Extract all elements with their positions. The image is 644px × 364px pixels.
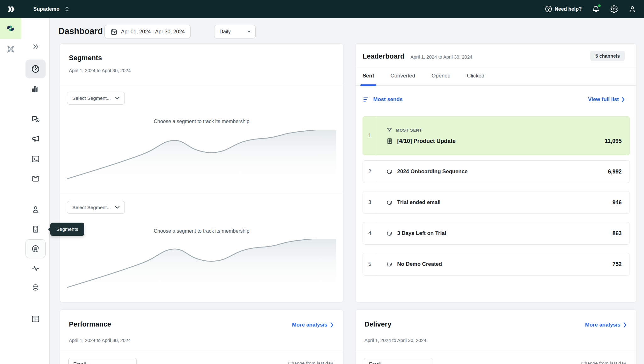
divider	[60, 352, 343, 352]
performance-channel-select[interactable]: Email	[68, 358, 137, 364]
supademo-logo-icon	[5, 23, 16, 34]
campaign-icon	[386, 168, 393, 175]
page-title: Dashboard	[58, 26, 103, 36]
view-full-list-link[interactable]: View full list	[588, 96, 625, 103]
message-value: 752	[613, 261, 622, 268]
segment-select-1-label: Select Segment...	[72, 95, 111, 101]
sidebar-tooltip: Segments	[50, 223, 84, 236]
sidebar-item-visitors[interactable]	[25, 112, 46, 126]
rank-number: 1	[363, 117, 377, 155]
pulse-icon	[31, 264, 40, 273]
sidebar-item-activity[interactable]	[25, 262, 46, 276]
help-icon: ?	[545, 6, 552, 12]
sort-label: Most sends	[373, 96, 403, 103]
placeholder-chart-1	[67, 130, 336, 185]
more-analysis-label: More analysis	[585, 322, 620, 328]
tab-opened[interactable]: Opened	[429, 73, 453, 85]
message-value: 946	[613, 199, 622, 206]
date-range-button[interactable]: Apr 01, 2024 - Apr 30, 2024	[104, 25, 191, 38]
tab-clicked[interactable]: Clicked	[465, 73, 487, 85]
segments-card-title: Segments	[69, 54, 102, 62]
topbar-actions: ? Need help?	[545, 0, 636, 18]
leaderboard-row-1[interactable]: 1 MOST SENT [4/10] Product Update 11,095	[363, 116, 630, 155]
leaderboard-title: Leaderboard	[363, 52, 404, 60]
interval-select[interactable]: Daily	[214, 25, 256, 38]
pinwheel-logo-icon	[5, 44, 16, 54]
database-icon	[31, 283, 40, 293]
leaderboard-row-5[interactable]: 5 No Demo Created 752	[363, 253, 630, 276]
person-circle-icon	[31, 244, 40, 253]
tab-sent[interactable]: Sent	[360, 73, 376, 85]
sidebar-item-dashboard[interactable]	[25, 60, 46, 78]
workspace-secondary[interactable]	[0, 39, 21, 60]
rank-number: 2	[363, 161, 377, 183]
workspace-switcher[interactable]: Supademo	[33, 6, 69, 13]
segments-card-daterange: April 1, 2024 to April 30, 2024	[69, 68, 131, 73]
need-help-button[interactable]: ? Need help?	[545, 6, 582, 12]
delivery-title: Delivery	[364, 320, 391, 328]
message-name: [4/10] Product Update	[397, 138, 456, 145]
trophy-icon	[386, 127, 393, 134]
settings-button[interactable]	[610, 5, 618, 13]
most-sent-label: MOST SENT	[396, 128, 422, 133]
segment-select-2-label: Select Segment...	[72, 205, 111, 210]
gear-icon	[610, 5, 618, 13]
sidebar-item-transactional[interactable]	[25, 152, 46, 166]
divider	[356, 352, 636, 352]
rank-number: 3	[363, 191, 377, 213]
workspace-supademo[interactable]	[0, 18, 21, 39]
sidebar-item-data[interactable]	[25, 281, 46, 295]
campaign-icon	[386, 230, 393, 237]
sidebar-expand-button[interactable]	[25, 40, 46, 54]
sidebar-item-deliveries[interactable]	[25, 172, 46, 186]
calendar-icon	[110, 28, 118, 36]
interval-value: Daily	[219, 29, 231, 35]
sidebar-item-content[interactable]	[25, 312, 46, 326]
more-analysis-label: More analysis	[292, 322, 327, 328]
delivery-more-analysis-link[interactable]: More analysis	[585, 322, 627, 328]
tab-converted[interactable]: Converted	[388, 73, 417, 85]
leaderboard-tabs: Sent Converted Opened Clicked	[356, 66, 636, 86]
segment-select-2[interactable]: Select Segment...	[67, 201, 125, 214]
channels-badge: 5 channels	[590, 51, 625, 61]
sidebar-item-broadcasts[interactable]	[25, 132, 46, 146]
workspace-name: Supademo	[33, 6, 59, 12]
leaderboard-row-2[interactable]: 2 2024 Onboarding Sequence 6,992	[363, 160, 630, 183]
person-icon	[31, 205, 40, 214]
bar-chart-icon	[31, 84, 40, 94]
gauge-icon	[31, 64, 40, 74]
message-name: No Demo Created	[397, 261, 442, 267]
sidebar-item-organizations[interactable]	[25, 222, 46, 236]
newsletter-icon	[386, 138, 393, 145]
channel-value: Email	[369, 362, 381, 364]
campaign-icon	[386, 199, 393, 206]
campaign-icon	[386, 261, 393, 268]
inbox-icon	[31, 174, 40, 184]
divider	[60, 192, 343, 192]
sort-most-sends[interactable]: Most sends	[363, 96, 403, 103]
delivery-channel-select[interactable]: Email	[364, 358, 432, 364]
view-full-list-label: View full list	[588, 96, 619, 103]
terminal-icon	[31, 154, 40, 164]
performance-more-analysis-link[interactable]: More analysis	[292, 322, 334, 328]
segment-select-1[interactable]: Select Segment...	[67, 92, 125, 105]
channel-value: Email	[73, 362, 86, 364]
chevrons-right-icon	[31, 43, 40, 51]
leaderboard-row-4[interactable]: 4 3 Days Left on Trial 863	[363, 222, 630, 245]
notifications-button[interactable]	[592, 5, 600, 13]
chevron-down-icon	[115, 97, 119, 100]
topbar: Supademo ? Need help?	[0, 0, 644, 18]
need-help-label: Need help?	[555, 6, 582, 12]
layout-icon	[31, 314, 40, 324]
tooltip-label: Segments	[56, 226, 78, 232]
sidebar-item-analytics[interactable]	[25, 82, 46, 96]
leaderboard-row-3[interactable]: 3 Trial ended email 946	[363, 191, 630, 214]
sidebar-item-segments[interactable]	[25, 239, 46, 258]
account-button[interactable]	[628, 5, 636, 13]
leaderboard-daterange: April 1, 2024 to April 30, 2024	[410, 54, 472, 60]
sidebar-item-people[interactable]	[25, 202, 46, 216]
message-value: 6,992	[608, 168, 622, 175]
message-name: Trial ended email	[397, 199, 441, 206]
performance-card: Performance More analysis April 1, 2024 …	[60, 310, 343, 364]
performance-title: Performance	[69, 320, 111, 328]
